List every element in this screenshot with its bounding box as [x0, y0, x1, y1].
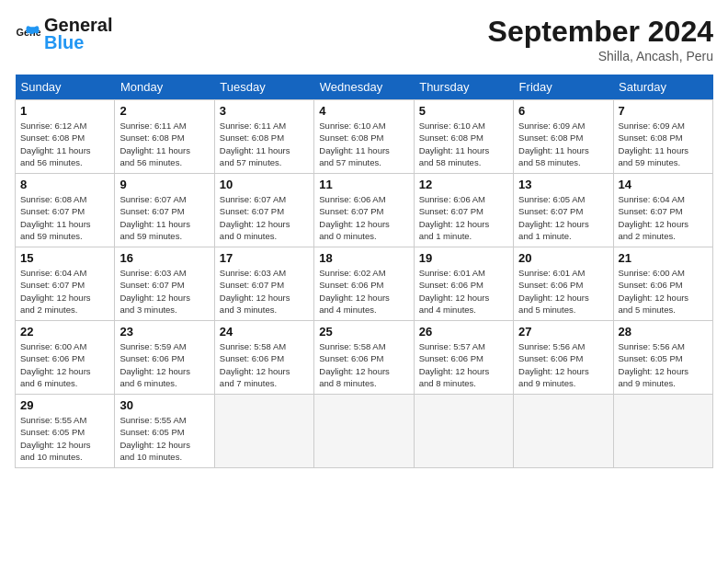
day-info: Sunrise: 6:00 AM Sunset: 6:06 PM Dayligh… [20, 340, 109, 389]
day-number: 7 [619, 104, 708, 118]
day-info: Sunrise: 6:00 AM Sunset: 6:06 PM Dayligh… [619, 267, 708, 316]
table-row: 21Sunrise: 6:00 AM Sunset: 6:06 PM Dayli… [613, 247, 712, 321]
day-info: Sunrise: 6:10 AM Sunset: 6:08 PM Dayligh… [319, 120, 408, 168]
day-info: Sunrise: 5:56 AM Sunset: 6:06 PM Dayligh… [518, 340, 608, 389]
table-row: 15Sunrise: 6:04 AM Sunset: 6:07 PM Dayli… [16, 247, 115, 321]
table-row: 23Sunrise: 5:59 AM Sunset: 6:06 PM Dayli… [115, 321, 214, 395]
table-row: 24Sunrise: 5:58 AM Sunset: 6:06 PM Dayli… [214, 321, 313, 395]
table-row: 16Sunrise: 6:03 AM Sunset: 6:07 PM Dayli… [115, 247, 214, 321]
day-number: 13 [518, 178, 608, 191]
table-row: 26Sunrise: 5:57 AM Sunset: 6:06 PM Dayli… [414, 321, 513, 395]
day-info: Sunrise: 5:55 AM Sunset: 6:05 PM Dayligh… [119, 414, 209, 463]
day-number: 3 [220, 104, 309, 118]
day-info: Sunrise: 6:02 AM Sunset: 6:06 PM Dayligh… [319, 267, 408, 316]
day-number: 5 [419, 104, 508, 118]
table-row: 22Sunrise: 6:00 AM Sunset: 6:06 PM Dayli… [16, 321, 115, 395]
day-info: Sunrise: 5:59 AM Sunset: 6:06 PM Dayligh… [119, 340, 209, 389]
day-number: 8 [20, 178, 109, 191]
table-row [214, 395, 313, 468]
col-wednesday: Wednesday [314, 75, 414, 100]
col-monday: Monday [115, 75, 214, 100]
location-title: Shilla, Ancash, Peru [488, 49, 713, 63]
day-info: Sunrise: 6:04 AM Sunset: 6:07 PM Dayligh… [20, 267, 109, 316]
day-number: 6 [518, 104, 608, 118]
table-row [414, 395, 513, 468]
table-row: 28Sunrise: 5:56 AM Sunset: 6:05 PM Dayli… [613, 321, 712, 395]
table-row: 12Sunrise: 6:06 AM Sunset: 6:07 PM Dayli… [414, 174, 513, 247]
day-info: Sunrise: 6:04 AM Sunset: 6:07 PM Dayligh… [619, 193, 708, 242]
day-info: Sunrise: 6:01 AM Sunset: 6:06 PM Dayligh… [419, 267, 508, 316]
day-number: 2 [119, 104, 209, 118]
col-saturday: Saturday [613, 75, 712, 100]
day-info: Sunrise: 6:09 AM Sunset: 6:08 PM Dayligh… [619, 120, 708, 168]
day-number: 24 [220, 325, 309, 339]
day-info: Sunrise: 6:11 AM Sunset: 6:08 PM Dayligh… [220, 120, 309, 168]
logo-icon: General [15, 21, 40, 47]
day-number: 4 [319, 104, 408, 118]
table-row: 6Sunrise: 6:09 AM Sunset: 6:08 PM Daylig… [514, 100, 613, 174]
day-info: Sunrise: 5:56 AM Sunset: 6:05 PM Dayligh… [619, 340, 708, 389]
title-section: September 2024 Shilla, Ancash, Peru [488, 15, 713, 63]
day-info: Sunrise: 6:03 AM Sunset: 6:07 PM Dayligh… [119, 267, 209, 316]
day-number: 21 [619, 251, 708, 265]
calendar-table: Sunday Monday Tuesday Wednesday Thursday… [15, 75, 713, 468]
calendar-week-5: 29Sunrise: 5:55 AM Sunset: 6:05 PM Dayli… [16, 395, 713, 468]
day-number: 30 [119, 398, 209, 412]
table-row: 7Sunrise: 6:09 AM Sunset: 6:08 PM Daylig… [613, 100, 712, 174]
table-row: 11Sunrise: 6:06 AM Sunset: 6:07 PM Dayli… [314, 174, 414, 247]
col-sunday: Sunday [16, 75, 115, 100]
day-number: 22 [20, 325, 109, 339]
day-number: 27 [518, 325, 608, 339]
table-row: 3Sunrise: 6:11 AM Sunset: 6:08 PM Daylig… [214, 100, 313, 174]
day-info: Sunrise: 6:09 AM Sunset: 6:08 PM Dayligh… [518, 120, 608, 168]
day-number: 11 [319, 178, 408, 191]
day-info: Sunrise: 6:03 AM Sunset: 6:07 PM Dayligh… [220, 267, 309, 316]
logo: General General Blue [15, 15, 112, 53]
day-info: Sunrise: 6:07 AM Sunset: 6:07 PM Dayligh… [119, 193, 209, 242]
day-info: Sunrise: 6:07 AM Sunset: 6:07 PM Dayligh… [220, 193, 309, 242]
day-number: 1 [20, 104, 109, 118]
day-info: Sunrise: 6:06 AM Sunset: 6:07 PM Dayligh… [319, 193, 408, 242]
table-row: 19Sunrise: 6:01 AM Sunset: 6:06 PM Dayli… [414, 247, 513, 321]
table-row: 10Sunrise: 6:07 AM Sunset: 6:07 PM Dayli… [214, 174, 313, 247]
table-row: 29Sunrise: 5:55 AM Sunset: 6:05 PM Dayli… [16, 395, 115, 468]
day-number: 16 [119, 251, 209, 265]
table-row [314, 395, 414, 468]
col-tuesday: Tuesday [214, 75, 313, 100]
calendar-week-1: 1Sunrise: 6:12 AM Sunset: 6:08 PM Daylig… [16, 100, 713, 174]
table-row: 9Sunrise: 6:07 AM Sunset: 6:07 PM Daylig… [115, 174, 214, 247]
day-info: Sunrise: 6:11 AM Sunset: 6:08 PM Dayligh… [119, 120, 209, 168]
day-number: 25 [319, 325, 408, 339]
day-number: 12 [419, 178, 508, 191]
day-info: Sunrise: 6:05 AM Sunset: 6:07 PM Dayligh… [518, 193, 608, 242]
day-info: Sunrise: 6:06 AM Sunset: 6:07 PM Dayligh… [419, 193, 508, 242]
col-friday: Friday [514, 75, 613, 100]
day-info: Sunrise: 6:08 AM Sunset: 6:07 PM Dayligh… [20, 193, 109, 242]
day-info: Sunrise: 5:58 AM Sunset: 6:06 PM Dayligh… [319, 340, 408, 389]
day-number: 18 [319, 251, 408, 265]
table-row: 8Sunrise: 6:08 AM Sunset: 6:07 PM Daylig… [16, 174, 115, 247]
calendar-week-2: 8Sunrise: 6:08 AM Sunset: 6:07 PM Daylig… [16, 174, 713, 247]
calendar-week-3: 15Sunrise: 6:04 AM Sunset: 6:07 PM Dayli… [16, 247, 713, 321]
table-row: 18Sunrise: 6:02 AM Sunset: 6:06 PM Dayli… [314, 247, 414, 321]
table-row: 1Sunrise: 6:12 AM Sunset: 6:08 PM Daylig… [16, 100, 115, 174]
day-info: Sunrise: 5:57 AM Sunset: 6:06 PM Dayligh… [419, 340, 508, 389]
table-row: 27Sunrise: 5:56 AM Sunset: 6:06 PM Dayli… [514, 321, 613, 395]
day-number: 29 [20, 398, 109, 412]
day-number: 9 [119, 178, 209, 191]
day-info: Sunrise: 5:55 AM Sunset: 6:05 PM Dayligh… [20, 414, 109, 463]
day-number: 17 [220, 251, 309, 265]
col-thursday: Thursday [414, 75, 513, 100]
table-row: 5Sunrise: 6:10 AM Sunset: 6:08 PM Daylig… [414, 100, 513, 174]
day-number: 20 [518, 251, 608, 265]
table-row: 17Sunrise: 6:03 AM Sunset: 6:07 PM Dayli… [214, 247, 313, 321]
day-number: 10 [220, 178, 309, 191]
table-row: 13Sunrise: 6:05 AM Sunset: 6:07 PM Dayli… [514, 174, 613, 247]
day-number: 15 [20, 251, 109, 265]
table-row: 14Sunrise: 6:04 AM Sunset: 6:07 PM Dayli… [613, 174, 712, 247]
table-row [514, 395, 613, 468]
table-row: 2Sunrise: 6:11 AM Sunset: 6:08 PM Daylig… [115, 100, 214, 174]
table-row: 20Sunrise: 6:01 AM Sunset: 6:06 PM Dayli… [514, 247, 613, 321]
day-number: 14 [619, 178, 708, 191]
day-info: Sunrise: 6:12 AM Sunset: 6:08 PM Dayligh… [20, 120, 109, 168]
